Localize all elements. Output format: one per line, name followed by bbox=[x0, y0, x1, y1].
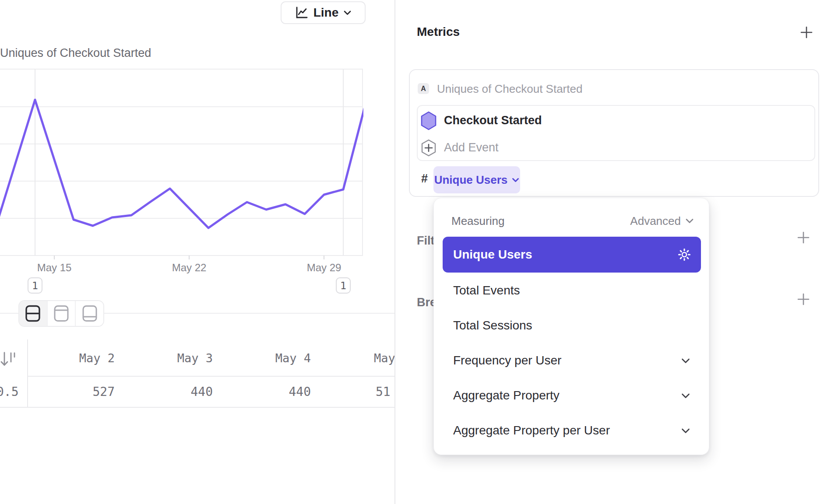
table-row-label: 0.5 bbox=[0, 377, 19, 407]
table-value-cell: 51 bbox=[376, 377, 391, 407]
panel-divider bbox=[394, 0, 395, 504]
add-event-button[interactable]: Add Event bbox=[444, 139, 499, 156]
chevron-down-icon bbox=[685, 218, 694, 224]
dropdown-option[interactable]: Total Sessions bbox=[443, 308, 701, 343]
table-value-cell: 527 bbox=[27, 377, 125, 407]
mode-selector[interactable]: Advanced bbox=[630, 214, 694, 228]
x-axis-label: May 15 bbox=[24, 262, 85, 274]
event-hexagon-icon bbox=[420, 111, 437, 132]
metrics-section-title: Metrics bbox=[417, 25, 460, 39]
x-axis-label: May 22 bbox=[158, 262, 220, 274]
table-value-cell: 440 bbox=[223, 377, 321, 407]
measure-type-symbol: # bbox=[421, 170, 428, 187]
add-metric-button[interactable] bbox=[799, 25, 813, 41]
top-pane-icon bbox=[53, 304, 69, 322]
annotation-badge[interactable]: 1 bbox=[28, 277, 42, 294]
layout-table-only-button[interactable] bbox=[75, 301, 103, 326]
dropdown-option[interactable]: Aggregate Property per User bbox=[443, 413, 701, 448]
dropdown-option[interactable]: Total Events bbox=[443, 273, 701, 308]
split-panes-icon bbox=[25, 304, 41, 322]
measurement-chip-label: Unique Users bbox=[434, 173, 508, 187]
measurement-chip[interactable]: Unique Users bbox=[433, 166, 520, 193]
add-event-icon bbox=[421, 139, 437, 158]
metric-card-title[interactable]: Uniques of Checkout Started bbox=[437, 82, 582, 96]
filters-section-title: Filt bbox=[417, 234, 435, 248]
chart-module: Line Uniques of Checkout Started May 15M… bbox=[0, 0, 394, 504]
metric-card: A Uniques of Checkout Started Checkout S… bbox=[409, 69, 819, 197]
layout-toggle-group bbox=[18, 300, 104, 327]
bottom-pane-icon bbox=[82, 304, 98, 322]
table-header-cell[interactable]: May bbox=[374, 340, 394, 376]
dropdown-option[interactable]: Aggregate Property bbox=[443, 378, 701, 413]
dropdown-option[interactable]: Frequency per User bbox=[443, 343, 701, 378]
selected-option-label: Unique Users bbox=[453, 248, 532, 262]
chevron-down-icon bbox=[681, 427, 690, 434]
event-box: Checkout Started Add Event bbox=[417, 105, 815, 161]
table-header-cell[interactable]: May 3 bbox=[125, 340, 223, 376]
measuring-dropdown: Measuring Advanced Unique Users Total Ev… bbox=[433, 198, 709, 455]
chevron-down-icon bbox=[512, 177, 519, 183]
table-value-cell: 440 bbox=[125, 377, 223, 407]
event-name[interactable]: Checkout Started bbox=[444, 111, 542, 130]
layout-chart-only-button[interactable] bbox=[47, 301, 75, 326]
x-axis-label: May 29 bbox=[293, 262, 355, 274]
layout-split-button[interactable] bbox=[19, 301, 47, 326]
measuring-label: Measuring bbox=[451, 214, 504, 228]
chevron-down-icon bbox=[681, 392, 690, 399]
line-chart-svg[interactable] bbox=[0, 0, 363, 262]
gear-icon[interactable] bbox=[677, 248, 691, 262]
sort-descending-icon[interactable] bbox=[0, 350, 18, 371]
add-breakdown-button[interactable] bbox=[797, 293, 810, 308]
metric-letter-badge: A bbox=[418, 83, 429, 94]
chevron-down-icon bbox=[681, 357, 690, 364]
mode-label: Advanced bbox=[630, 214, 681, 228]
dropdown-option-selected[interactable]: Unique Users bbox=[443, 237, 701, 273]
annotation-badge[interactable]: 1 bbox=[336, 277, 351, 294]
table-header-cell[interactable]: May 2 bbox=[27, 340, 125, 376]
add-filter-button[interactable] bbox=[797, 231, 810, 246]
table-header-cell[interactable]: May 4 bbox=[223, 340, 321, 376]
